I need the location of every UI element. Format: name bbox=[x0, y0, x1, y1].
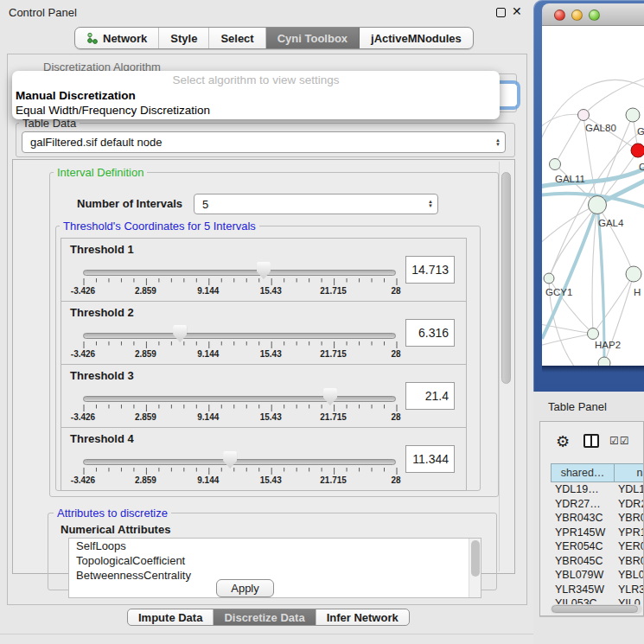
table-row[interactable]: YDL19…YDL1 bbox=[551, 482, 644, 497]
minimize-traffic-light-icon[interactable] bbox=[571, 10, 583, 21]
tab-network[interactable]: Network bbox=[75, 28, 159, 48]
slider-track[interactable] bbox=[83, 459, 396, 465]
tab-jactivemnodules[interactable]: jActiveMNodules bbox=[360, 28, 473, 48]
table-cell: YDR2 bbox=[614, 497, 644, 512]
tick-label: 15.43 bbox=[245, 349, 296, 359]
algorithm-dropdown-popup: Select algorithm to view settings Manual… bbox=[12, 71, 500, 119]
slider-ticks bbox=[83, 468, 398, 475]
table-horizontal-scrollbar[interactable] bbox=[551, 604, 642, 614]
tick-label: 2.859 bbox=[119, 286, 171, 296]
close-traffic-light-icon[interactable] bbox=[554, 10, 565, 21]
gear-icon[interactable]: ⚙ bbox=[556, 432, 570, 451]
thresholds-group: Threshold's Coordinates for 5 Intervals … bbox=[55, 226, 481, 491]
slider-ticks bbox=[83, 405, 398, 412]
dropdown-item-manual-discretization[interactable]: Manual Discretization bbox=[12, 88, 500, 103]
slider-thumb[interactable] bbox=[173, 325, 187, 342]
tick-label: 21.715 bbox=[308, 475, 360, 485]
column-header-shared[interactable]: shared… bbox=[551, 463, 614, 482]
num-intervals-combo[interactable]: 5 ▲▼ bbox=[194, 194, 438, 214]
tab-cyni-toolbox[interactable]: Cyni Toolbox bbox=[266, 28, 360, 48]
slider-track[interactable] bbox=[83, 270, 396, 276]
num-intervals-value: 5 bbox=[194, 198, 424, 211]
attributes-group-title: Attributes to discretize bbox=[54, 507, 171, 520]
columns-icon[interactable] bbox=[583, 434, 599, 448]
threshold-panel-2: Threshold 2-3.4262.8599.14415.4321.71528… bbox=[61, 301, 467, 365]
node-attribute-table[interactable]: shared…naYDL19…YDL1YDR27…YDR2YBR043CYBR0… bbox=[551, 463, 644, 611]
slider-thumb[interactable] bbox=[223, 451, 237, 469]
table-cell: YLR345W bbox=[551, 583, 614, 597]
tick-label: 9.144 bbox=[182, 412, 234, 422]
tab-infer-network[interactable]: Infer Network bbox=[316, 609, 409, 625]
network-canvas[interactable]: GAL80GACGAL11GAL4GCY1HHAP2 bbox=[542, 26, 644, 366]
table-cell: YBR0 bbox=[614, 511, 644, 526]
tab-select[interactable]: Select bbox=[209, 28, 265, 48]
tab-discretize-data[interactable]: Discretize Data bbox=[214, 609, 316, 625]
svg-text:GAL11: GAL11 bbox=[555, 174, 585, 184]
threshold-label: Threshold 4 bbox=[70, 432, 134, 445]
table-row[interactable]: YLR345WYLR3 bbox=[551, 583, 644, 597]
table-cell: YDL19… bbox=[551, 482, 614, 497]
threshold-value-field[interactable]: 21.4 bbox=[405, 382, 455, 410]
table-data-combo[interactable]: galFiltered.sif default node ▲▼ bbox=[22, 131, 506, 153]
svg-text:C: C bbox=[639, 162, 644, 172]
threshold-label: Threshold 3 bbox=[70, 369, 134, 382]
tick-label: -3.426 bbox=[57, 349, 109, 359]
attribute-item-topologicalcoefficient[interactable]: TopologicalCoefficient bbox=[69, 553, 481, 568]
table-row[interactable]: YDR27…YDR2 bbox=[551, 497, 644, 512]
table-cell: YDR27… bbox=[551, 497, 614, 512]
settings-vertical-scrollbar[interactable] bbox=[499, 162, 512, 571]
tab-impute-data[interactable]: Impute Data bbox=[128, 609, 214, 625]
dropdown-item-equal-width-frequency[interactable]: Equal Width/Frequency Discretization bbox=[12, 103, 500, 118]
slider-track[interactable] bbox=[83, 396, 396, 402]
threshold-value-field[interactable]: 11.344 bbox=[405, 445, 455, 473]
tab-label: Cyni Toolbox bbox=[277, 32, 348, 45]
threshold-panel-4: Threshold 4-3.4262.8599.14415.4321.71528… bbox=[61, 427, 467, 491]
window-shadow bbox=[542, 366, 644, 373]
column-header-na[interactable]: na bbox=[614, 463, 644, 482]
table-row[interactable]: YBL079WYBL0 bbox=[551, 568, 644, 583]
bottom-tab-bar: Impute DataDiscretize DataInfer Network bbox=[127, 609, 410, 626]
float-window-icon[interactable] bbox=[496, 8, 506, 17]
tab-style[interactable]: Style bbox=[159, 28, 209, 48]
settings-scroll-pane: Interval Definition Number of Intervals … bbox=[12, 159, 515, 574]
attributes-scrollbar[interactable] bbox=[469, 539, 481, 597]
table-row[interactable]: YPR145WYPR1 bbox=[551, 526, 644, 540]
network-window-titlebar[interactable] bbox=[542, 3, 644, 26]
tick-label: 2.859 bbox=[119, 349, 171, 359]
svg-text:GA: GA bbox=[637, 126, 644, 137]
table-panel-body: ⚙ ☑☑ shared…naYDL19…YDL1YDR27…YDR2YBR043… bbox=[539, 421, 644, 616]
apply-button[interactable]: Apply bbox=[216, 579, 274, 597]
tab-label: Select bbox=[220, 32, 253, 45]
tab-label: jActiveMNodules bbox=[371, 32, 462, 45]
table-row[interactable]: YBR045CYBR0 bbox=[551, 554, 644, 569]
threshold-value-field[interactable]: 6.316 bbox=[405, 319, 455, 347]
table-row[interactable]: YBR043CYBR0 bbox=[551, 511, 644, 526]
tick-label: 28 bbox=[370, 475, 422, 485]
tick-label: 28 bbox=[370, 412, 422, 422]
tick-label: 15.43 bbox=[245, 412, 296, 422]
table-cell: YER054C bbox=[551, 539, 614, 554]
table-row[interactable]: YER054CYER0 bbox=[551, 539, 644, 554]
numerical-attributes-list[interactable]: SelfLoopsTopologicalCoefficientBetweenne… bbox=[68, 538, 481, 598]
slider-thumb[interactable] bbox=[323, 388, 337, 405]
tick-label: 28 bbox=[370, 349, 422, 359]
tick-label: 9.144 bbox=[182, 286, 234, 296]
network-window: GAL80GACGAL11GAL4GCY1HHAP2 bbox=[533, 0, 644, 392]
slider-ticks bbox=[83, 341, 398, 349]
attribute-item-betweennesscentrality[interactable]: BetweennessCentrality bbox=[69, 568, 481, 583]
tick-label: 21.715 bbox=[308, 349, 360, 359]
zoom-traffic-light-icon[interactable] bbox=[589, 10, 600, 21]
tick-label: 9.144 bbox=[182, 475, 234, 485]
numerical-attributes-label: Numerical Attributes bbox=[61, 523, 170, 536]
checkbox-icons[interactable]: ☑☑ bbox=[609, 435, 630, 447]
table-data-combo-value: galFiltered.sif default node bbox=[22, 136, 491, 149]
attribute-item-selfloops[interactable]: SelfLoops bbox=[69, 539, 481, 553]
svg-text:GCY1: GCY1 bbox=[545, 287, 572, 297]
threshold-label: Threshold 2 bbox=[70, 306, 134, 319]
table-cell: YBL079W bbox=[551, 568, 614, 583]
close-icon[interactable]: ✕ bbox=[512, 4, 522, 18]
slider-thumb[interactable] bbox=[257, 262, 271, 279]
slider-track[interactable] bbox=[83, 333, 396, 339]
threshold-value-field[interactable]: 14.713 bbox=[405, 256, 455, 284]
dropdown-hint: Select algorithm to view settings bbox=[12, 73, 500, 88]
